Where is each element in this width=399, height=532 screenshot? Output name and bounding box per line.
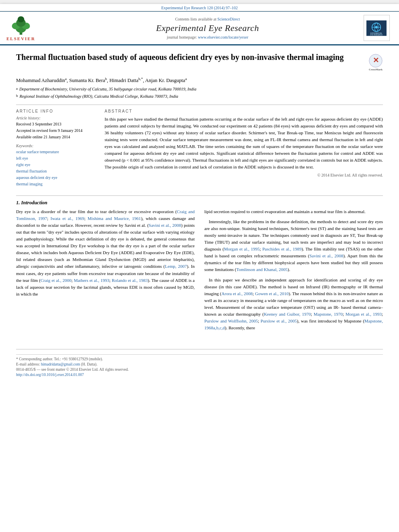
main-content: Thermal fluctuation based study of aqueo… — [0, 45, 399, 345]
cite-morgan-1993[interactable]: Morgan et al., 1993 — [346, 312, 382, 316]
homepage-url: www.elsevier.com/locate/yexer — [198, 35, 248, 39]
author-4: Anjan Kr. Dasguptaa — [145, 78, 187, 83]
homepage-line: journal homepage: www.elsevier.com/locat… — [59, 35, 356, 39]
affiliation-2: b Regional Institute of Ophthalmology (R… — [16, 93, 383, 101]
elsevier-tree-icon — [7, 15, 35, 35]
cite-mathers[interactable]: Mathers et al., 1993 — [74, 278, 109, 283]
cite-arora[interactable]: Arora et al., 2008 — [222, 291, 253, 296]
intro-left-col: Dry eye is a disorder of the tear film d… — [16, 208, 195, 335]
doi-link[interactable]: http://dx.doi.org/10.1016/j.exer.2014.01… — [16, 373, 84, 377]
intro-right-para-1: lipid secretion required to control evap… — [204, 208, 383, 215]
cite-rolando[interactable]: Rolando et al., 1983 — [112, 278, 148, 283]
paper-title-text: Thermal fluctuation based study of aqueo… — [16, 52, 364, 63]
cite-savini-2008[interactable]: Savini et al., 2008 — [149, 223, 181, 228]
keywords-block: Keywords: ocular surface temperature lef… — [16, 144, 97, 187]
intro-section: 1. Introduction Dry eye is a disorder of… — [16, 200, 383, 335]
elsevier-logo: ELSEVIER — [6, 15, 35, 41]
keyword-3: right eye — [16, 162, 97, 168]
keyword-6: thermal imaging — [16, 181, 97, 187]
intro-two-col: Dry eye is a disorder of the tear film d… — [16, 208, 383, 335]
paper-title-area: Thermal fluctuation based study of aqueo… — [16, 52, 383, 72]
cite-iwata[interactable]: Iwata et al., 1969 — [50, 216, 84, 221]
journal-header-center: Contents lists available at ScienceDirec… — [59, 17, 356, 39]
elsevier-logo-area: ELSEVIER — [6, 15, 55, 41]
journal-logo-box: EXPERIMENTAL EYE RESEARCH — [364, 15, 390, 41]
cite-purslow-2005[interactable]: Purslow and Wolffsohn, 2005 — [204, 318, 258, 323]
issn-line: 0014-4835/$ — see front matter © 2014 El… — [16, 368, 383, 372]
online-date: Available online 21 January 2014 — [16, 134, 97, 140]
cite-craig-2000[interactable]: Craig et al., 2000 — [41, 278, 72, 283]
authors-line: Mohammad Azharuddina, Sumanta Kr. Berab,… — [16, 76, 383, 83]
author-3: Himadri Dattab,*, — [109, 78, 145, 83]
author-1: Mohammad Azharuddina, — [16, 78, 69, 83]
abstract-column: ABSTRACT In this paper we have studied t… — [105, 109, 383, 191]
cite-keeney[interactable]: Keeney and Guibor, 1970 — [264, 312, 311, 316]
email-link[interactable]: himadridatta@gmail.com — [41, 362, 80, 366]
doi-line: http://dx.doi.org/10.1016/j.exer.2014.01… — [16, 373, 383, 377]
footer: * Corresponding author. Tel.: +91 938012… — [16, 354, 383, 377]
cite-mishima[interactable]: Mishima and Maurice, 1961 — [88, 216, 141, 221]
intro-right-para-3: In this paper we describe an independent… — [204, 277, 383, 331]
cite-gowen[interactable]: Gowen et al., 2010 — [255, 291, 289, 296]
cite-morgan-1995[interactable]: Morgan et al., 1995 — [224, 246, 260, 251]
journal-logo-right: EXPERIMENTAL EYE RESEARCH — [360, 15, 393, 41]
section-divider — [16, 105, 383, 105]
accepted-date: Accepted in revised form 9 January 2014 — [16, 127, 97, 134]
abstract-label: ABSTRACT — [105, 109, 383, 113]
affiliation-1-text: Department of Biochemistry, University o… — [19, 86, 196, 93]
article-history-block: Article history: Received 3 September 20… — [16, 116, 97, 140]
journal-title: Experimental Eye Research — [59, 23, 356, 33]
journal-logo-icon: EXPERIMENTAL EYE RESEARCH — [366, 20, 387, 36]
svg-text:✕: ✕ — [373, 56, 379, 64]
keywords-label: Keywords: — [16, 144, 97, 148]
keyword-1: ocular surface temperature — [16, 149, 97, 155]
keyword-5: aqueous deficient dry eye — [16, 175, 97, 181]
svg-text:EXPERIMENTAL: EXPERIMENTAL — [370, 32, 383, 34]
affiliation-2-text: Regional Institute of Ophthalmology (RIO… — [20, 93, 179, 101]
svg-point-10 — [375, 26, 378, 28]
author-2: Sumanta Kr. Berab, — [69, 78, 109, 83]
cite-lemp[interactable]: Lemp, 2007 — [165, 264, 187, 269]
corresponding-note: * Corresponding author. Tel.: +91 938012… — [16, 357, 383, 361]
journal-reference: Experimental Eye Research 120 (2014) 97–… — [161, 6, 238, 10]
journal-reference-bar: Experimental Eye Research 120 (2014) 97–… — [0, 4, 399, 11]
cite-purslow-2005b[interactable]: Purslow et al., 2005 — [261, 318, 297, 323]
article-info-label: ARTICLE INFO — [16, 109, 97, 113]
affiliations: a Department of Biochemistry, University… — [16, 86, 383, 101]
email-note: E-mail address: himadridatta@gmail.com (… — [16, 362, 383, 366]
crossmark-area: ✕ CrossMark — [368, 53, 383, 72]
cite-savini-2008b[interactable]: Savini et al., 2008 — [309, 253, 343, 258]
keyword-4: thermal fluctuation — [16, 168, 97, 175]
sciencedirect-link[interactable]: ScienceDirect — [217, 17, 240, 21]
info-abstract-columns: ARTICLE INFO Article history: Received 3… — [16, 109, 383, 191]
crossmark-label: CrossMark — [369, 68, 383, 72]
intro-heading: 1. Introduction — [16, 200, 383, 206]
svg-text:EYE RESEARCH: EYE RESEARCH — [370, 34, 383, 36]
history-label: Article history: — [16, 116, 97, 120]
intro-right-col: lipid secretion required to control evap… — [204, 208, 383, 335]
keyword-2: left eye — [16, 155, 97, 162]
received-date: Received 3 September 2013 — [16, 121, 97, 127]
abstract-text: In this paper we have studied the therma… — [105, 116, 383, 170]
page-bottom: * Corresponding author. Tel.: +91 938012… — [0, 349, 399, 383]
contents-line: Contents lists available at ScienceDirec… — [59, 17, 356, 21]
cite-paschides[interactable]: Paschides et al., 1989 — [262, 246, 302, 251]
svg-point-5 — [17, 16, 24, 22]
body-divider — [16, 195, 383, 196]
affiliation-1: a Department of Biochemistry, University… — [16, 86, 383, 93]
intro-right-para-2: Interestingly, like the problems in the … — [204, 218, 383, 273]
page: Experimental Eye Research 120 (2014) 97–… — [0, 4, 399, 532]
journal-header: ELSEVIER Contents lists available at Sci… — [0, 12, 399, 45]
copyright: © 2014 Elsevier Ltd. All rights reserved… — [105, 173, 383, 177]
intro-left-para: Dry eye is a disorder of the tear film d… — [16, 208, 195, 298]
cite-mapstone-1970[interactable]: Mapstone, 1970 — [314, 312, 343, 316]
article-info-column: ARTICLE INFO Article history: Received 3… — [16, 109, 97, 191]
crossmark-icon: ✕ — [368, 53, 383, 68]
article-dates: Received 3 September 2013 Accepted in re… — [16, 121, 97, 140]
cite-tomlinson[interactable]: Tomlinson and Khanal, 2005 — [236, 267, 288, 272]
elsevier-wordmark: ELSEVIER — [6, 36, 35, 41]
footer-divider — [16, 349, 383, 349]
